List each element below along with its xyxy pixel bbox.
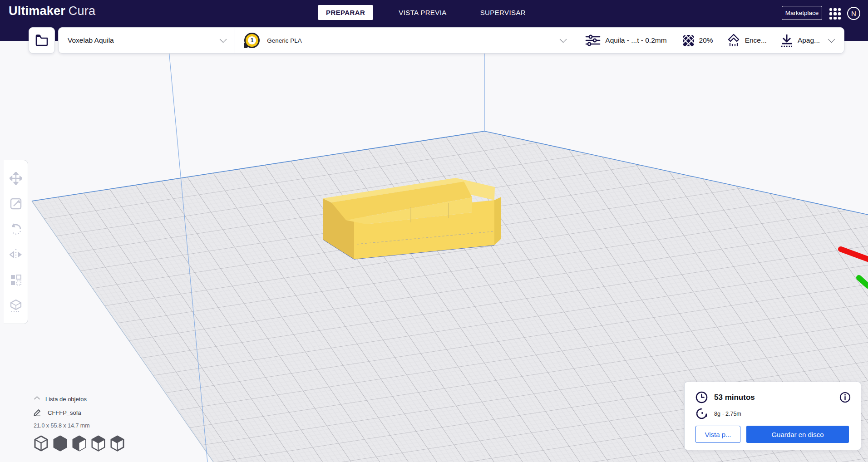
adhesion-value: Apag... — [798, 36, 820, 44]
chevron-down-icon — [828, 35, 835, 43]
print-settings-selector[interactable]: Aquila - ...t - 0.2mm 20% Ence... — [575, 28, 844, 53]
folder-icon — [35, 34, 49, 46]
model-dimensions: 21.0 x 55.8 x 14.7 mm — [34, 423, 125, 429]
support-blocker-tool[interactable] — [8, 298, 24, 313]
move-icon — [10, 172, 22, 185]
chevron-up-icon — [34, 396, 40, 402]
support-blocker-icon — [10, 299, 22, 312]
object-list-item[interactable]: CFFFP_sofa — [34, 409, 125, 416]
app-logo: UltimakerCura — [9, 4, 95, 18]
camera-view-presets — [34, 435, 125, 452]
object-list-title: Lista de objetos — [45, 396, 87, 403]
tab-prepare[interactable]: PREPARAR — [318, 5, 373, 20]
view-top-icon[interactable] — [72, 435, 87, 452]
extruder-icon: 1 — [244, 33, 260, 48]
support-icon — [727, 34, 740, 47]
view-front-icon[interactable] — [53, 435, 68, 452]
scale-tool[interactable] — [8, 196, 24, 211]
rotate-tool[interactable] — [8, 221, 24, 237]
object-list: Lista de objetos CFFFP_sofa 21.0 x 55.8 … — [34, 396, 125, 452]
chevron-down-icon — [220, 35, 227, 43]
grid-apps-icon[interactable] — [829, 8, 841, 20]
infill-icon — [682, 34, 695, 47]
view-right-icon[interactable] — [110, 435, 125, 452]
profile-summary: Aquila - ...t - 0.2mm — [605, 36, 666, 44]
clock-icon — [695, 391, 708, 403]
material-selector[interactable]: 1 Generic PLA — [235, 28, 575, 53]
move-tool[interactable] — [8, 171, 24, 186]
avatar[interactable]: N — [847, 7, 860, 20]
spool-icon — [696, 408, 707, 419]
sliders-icon — [585, 34, 601, 47]
marketplace-button[interactable]: Marketplace — [782, 6, 822, 20]
object-list-toggle[interactable]: Lista de objetos — [34, 396, 125, 403]
save-to-disk-button[interactable]: Guardar en disco — [746, 426, 849, 443]
view-left-icon[interactable] — [91, 435, 106, 452]
chevron-down-icon — [560, 35, 567, 43]
object-name: CFFFP_sofa — [48, 409, 81, 416]
print-summary-panel: 53 minutos 8g · 2.75m Vista p... Guardar… — [684, 382, 861, 450]
mirror-tool[interactable] — [8, 247, 24, 262]
tool-panel — [4, 160, 28, 324]
printer-name: Voxelab Aquila — [68, 36, 114, 44]
preview-button[interactable]: Vista p... — [695, 426, 740, 443]
view-3d-icon[interactable] — [34, 435, 49, 452]
tab-preview[interactable]: VISTA PREVIA — [390, 5, 454, 20]
info-icon[interactable] — [839, 392, 851, 403]
scale-icon — [10, 198, 22, 210]
stage-tabs: PREPARAR VISTA PREVIA SUPERVISAR — [318, 5, 534, 20]
print-time: 53 minutos — [714, 393, 833, 402]
adhesion-icon — [780, 34, 793, 47]
printer-selector[interactable]: Voxelab Aquila — [59, 28, 235, 53]
configuration-bar: Voxelab Aquila 1 Generic PLA Aquila - ..… — [58, 27, 844, 54]
support-value: Ence... — [745, 36, 767, 44]
per-model-settings-icon — [10, 274, 22, 286]
mirror-icon — [9, 249, 23, 260]
material-name: Generic PLA — [267, 37, 302, 44]
material-usage: 8g · 2.75m — [714, 411, 741, 417]
rotate-icon — [10, 223, 22, 236]
tab-monitor[interactable]: SUPERVISAR — [472, 5, 534, 20]
per-model-settings-tool[interactable] — [8, 272, 24, 288]
pencil-icon — [34, 409, 41, 416]
logo-cura: Cura — [69, 4, 95, 18]
logo-ultimaker: Ultimaker — [9, 4, 65, 18]
infill-value: 20% — [699, 36, 713, 44]
open-file-button[interactable] — [29, 27, 55, 54]
